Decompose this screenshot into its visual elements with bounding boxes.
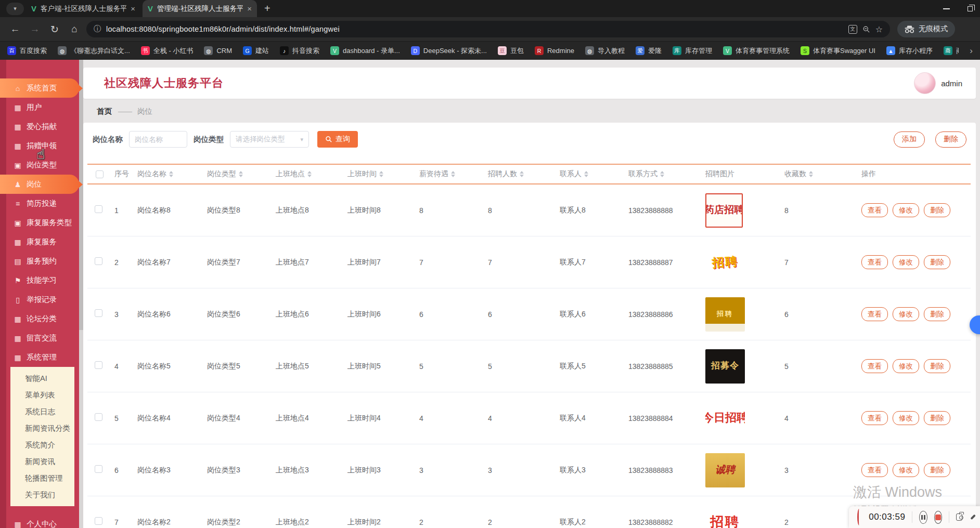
home-icon[interactable]: ⌂ — [67, 23, 82, 35]
browser-tab[interactable]: V 客户端-社区残障人士服务平台 × — [26, 0, 140, 17]
minimize-button[interactable] — [943, 8, 950, 9]
bookmark-item[interactable]: 书 全栈 - 小红书 — [141, 46, 194, 56]
view-button[interactable]: 查看 — [861, 307, 888, 321]
bookmark-item[interactable]: V dashboard - 录单... — [330, 46, 400, 56]
zoom-out-icon[interactable] — [862, 25, 870, 33]
column-header[interactable]: 上班时间 — [339, 169, 411, 179]
column-header[interactable] — [87, 170, 106, 178]
sort-icon[interactable] — [451, 171, 455, 177]
translate-icon[interactable]: 文 — [848, 25, 857, 34]
job-type-select[interactable]: 请选择岗位类型 ▾ — [230, 131, 309, 148]
sidebar-subitem[interactable]: 系统日志 — [10, 403, 74, 420]
sidebar-subitem[interactable]: 新闻资讯分类 — [10, 420, 74, 437]
column-header[interactable]: 联系人 — [551, 169, 620, 179]
tab-close-icon[interactable]: × — [131, 4, 135, 13]
column-header[interactable]: 联系方式 — [620, 169, 697, 179]
bookmark-item[interactable]: G 建站 — [243, 46, 269, 56]
column-header[interactable]: 招聘图片 — [697, 169, 776, 179]
site-info-icon[interactable]: ⓘ — [94, 24, 101, 34]
sidebar-item[interactable]: ▦ 留言交流 — [0, 328, 79, 348]
sidebar-item[interactable]: ♟ 岗位 — [0, 175, 79, 194]
edit-button[interactable]: 修改 — [893, 463, 919, 477]
edit-button[interactable]: 修改 — [893, 203, 919, 217]
sidebar-subitem[interactable]: 轮播图管理 — [10, 470, 74, 486]
view-button[interactable]: 查看 — [861, 463, 888, 477]
restore-button[interactable] — [968, 6, 973, 11]
sidebar-item[interactable]: ▦ 个人中心 — [0, 514, 79, 528]
tab-close-icon[interactable]: × — [247, 4, 252, 13]
bookmark-item[interactable]: ♪ 抖音搜索 — [280, 46, 319, 56]
column-header[interactable]: 操作 — [853, 169, 971, 179]
bookmarks-overflow-icon[interactable]: › — [970, 46, 973, 56]
recruit-poster-image[interactable]: 招募令 — [705, 349, 745, 384]
edit-button[interactable]: 修改 — [893, 307, 919, 321]
recruit-poster-image[interactable]: 诚聘 — [705, 453, 745, 487]
column-header[interactable]: 序号 — [106, 169, 129, 179]
sort-icon[interactable] — [169, 171, 173, 177]
edit-button[interactable]: 修改 — [893, 359, 919, 373]
bookmark-star-icon[interactable]: ☆ — [875, 24, 883, 34]
sidebar-item[interactable]: ▦ 系统管理 — [0, 348, 79, 367]
reload-icon[interactable]: ↻ — [47, 23, 62, 35]
view-button[interactable]: 查看 — [861, 411, 888, 425]
row-checkbox[interactable] — [95, 361, 102, 369]
row-delete-button[interactable]: 删除 — [924, 203, 950, 217]
sort-icon[interactable] — [809, 171, 813, 177]
row-delete-button[interactable]: 删除 — [924, 463, 950, 477]
row-delete-button[interactable]: 删除 — [924, 411, 950, 425]
url-bar[interactable]: ⓘ localhost:8080/springboote1m86k0r/admi… — [86, 21, 890, 37]
add-button[interactable]: 添加 — [894, 131, 925, 148]
sort-icon[interactable] — [520, 171, 524, 177]
job-name-input[interactable] — [129, 131, 187, 148]
sidebar-item[interactable]: ▦ 康复服务 — [0, 232, 79, 252]
sidebar-subitem[interactable]: 新闻资讯 — [10, 453, 74, 470]
back-icon[interactable]: ← — [7, 23, 23, 35]
user-menu[interactable]: admin — [914, 72, 962, 94]
sidebar-item[interactable]: ⌂ 系统首页 — [0, 78, 79, 98]
sidebar-scrollbar[interactable] — [79, 60, 83, 528]
row-delete-button[interactable]: 删除 — [924, 307, 950, 321]
row-delete-button[interactable]: 删除 — [924, 255, 950, 269]
sort-icon[interactable] — [307, 171, 312, 177]
browser-tab[interactable]: V 管理端-社区残障人士服务平台 × — [143, 0, 257, 17]
column-header[interactable]: 薪资待遇 — [411, 169, 480, 179]
row-checkbox[interactable] — [95, 413, 102, 421]
bookmark-item[interactable]: ◍ 导入教程 — [585, 46, 625, 56]
bookmark-item[interactable]: V 体育赛事管理系统 — [723, 46, 790, 56]
column-header[interactable]: 收藏数 — [776, 169, 853, 179]
bookmark-item[interactable]: S 体育赛事Swagger UI — [801, 46, 875, 56]
bookmark-item[interactable]: 爱 爱隆 — [636, 46, 662, 56]
row-checkbox[interactable] — [95, 465, 102, 473]
breadcrumb-home[interactable]: 首页 — [97, 107, 112, 116]
sort-icon[interactable] — [660, 171, 664, 177]
row-checkbox[interactable] — [95, 205, 102, 213]
avatar[interactable] — [914, 72, 936, 94]
bookmark-item[interactable]: 豆 豆包 — [498, 46, 524, 56]
screenshot-camera-icon[interactable] — [956, 513, 962, 521]
sidebar-item[interactable]: ▦ 论坛分类 — [0, 309, 79, 328]
sort-icon[interactable] — [584, 171, 588, 177]
forward-icon[interactable]: → — [27, 23, 43, 35]
recruit-poster-image[interactable]: 今日招聘 — [705, 401, 745, 435]
new-tab-button[interactable]: + — [264, 3, 270, 15]
view-button[interactable]: 查看 — [861, 255, 888, 269]
sort-icon[interactable] — [239, 171, 243, 177]
select-all-checkbox[interactable] — [96, 170, 104, 178]
sidebar-subitem[interactable]: 智能AI — [10, 370, 74, 387]
sidebar-item[interactable]: ▣ 康复服务类型 — [0, 213, 79, 232]
sidebar-item[interactable]: ▦ 用户 — [0, 98, 79, 117]
sidebar-item[interactable]: ▦ 爱心捐献 — [0, 117, 79, 136]
row-checkbox[interactable] — [95, 309, 102, 317]
sidebar-subitem[interactable]: 系统简介 — [10, 437, 74, 453]
recruit-poster-image[interactable]: 招聘 — [705, 505, 745, 528]
recruit-poster-image[interactable]: 招聘 — [705, 297, 745, 332]
bookmark-item[interactable]: D DeepSeek - 探索未... — [411, 46, 487, 56]
sort-icon[interactable] — [379, 171, 383, 177]
edit-button[interactable]: 修改 — [893, 411, 919, 425]
edit-button[interactable]: 修改 — [893, 255, 919, 269]
view-button[interactable]: 查看 — [861, 359, 888, 373]
search-button[interactable]: 查询 — [317, 131, 358, 148]
sidebar-item[interactable]: ≡ 简历投递 — [0, 194, 79, 213]
bookmark-item[interactable]: R Redmine — [535, 46, 574, 55]
bookmark-item[interactable]: 百 百度搜索 — [7, 46, 47, 56]
